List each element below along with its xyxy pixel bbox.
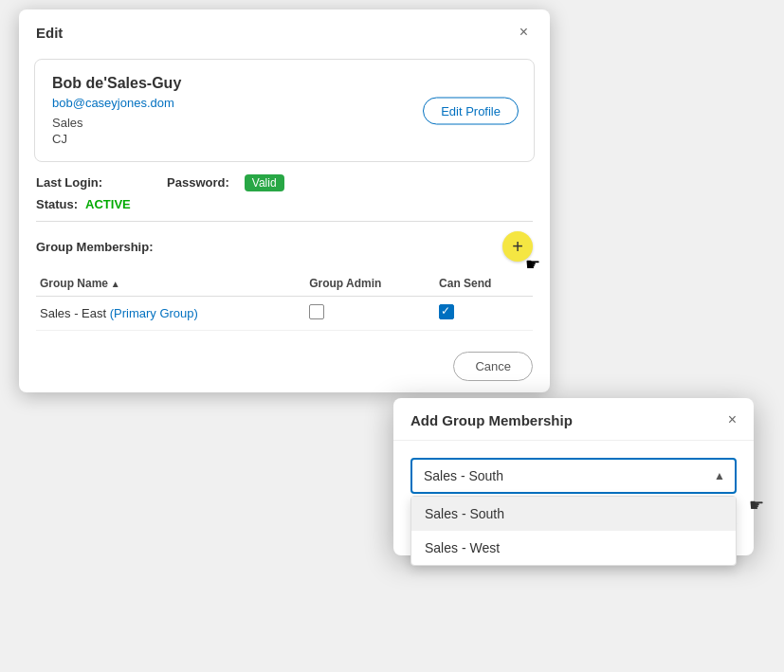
can-send-cell	[435, 297, 533, 331]
add-group-btn-wrapper: + ☛	[502, 231, 533, 262]
password-status: Valid	[245, 175, 284, 190]
last-login-label: Last Login:	[36, 175, 102, 190]
modal-title: Edit	[36, 25, 63, 41]
dialog-body: Sales - South ▲ Sales - South ☛ Sales - …	[393, 441, 754, 494]
profile-card: Bob de'Sales-Guy bob@caseyjones.dom Sale…	[34, 59, 535, 162]
status-row: Status: ACTIVE	[36, 197, 533, 211]
dropdown-item-label: Sales - West	[425, 540, 500, 555]
dropdown-list: Sales - South ☛ Sales - West	[410, 496, 737, 566]
status-value: ACTIVE	[85, 197, 131, 211]
group-name-text: Sales - East	[40, 306, 110, 320]
edit-modal-cancel-button[interactable]: Cance	[453, 352, 533, 381]
dropdown-item-sales-west[interactable]: Sales - West	[411, 531, 736, 565]
add-group-membership-button[interactable]: +	[502, 231, 533, 262]
group-dropdown-container: Sales - South ▲ Sales - South ☛ Sales - …	[410, 458, 737, 494]
divider	[36, 221, 533, 222]
group-admin-checkbox[interactable]	[309, 304, 324, 319]
password-valid-badge: Valid	[245, 174, 284, 191]
group-dropdown[interactable]: Sales - South	[410, 458, 737, 494]
plus-icon: +	[512, 236, 523, 258]
group-table: Group Name Group Admin Can Send Sales - …	[36, 271, 533, 331]
col-group-name[interactable]: Group Name	[36, 271, 305, 297]
dropdown-selected-value: Sales - South	[424, 468, 503, 483]
primary-group-label: (Primary Group)	[110, 306, 198, 320]
table-header-row: Group Name Group Admin Can Send	[36, 271, 533, 297]
col-can-send: Can Send	[435, 271, 533, 297]
modal-header: Edit ×	[19, 9, 550, 51]
col-group-admin: Group Admin	[305, 271, 435, 297]
edit-modal-close-button[interactable]: ×	[515, 23, 533, 42]
edit-modal: Edit × Bob de'Sales-Guy bob@caseyjones.d…	[19, 9, 550, 392]
cancel-label: Cance	[475, 359, 511, 373]
dialog-header: Add Group Membership ×	[393, 398, 754, 441]
group-name-cell: Sales - East (Primary Group)	[36, 297, 305, 331]
group-membership-section: Group Membership: + ☛ Group Name Group A…	[19, 231, 550, 331]
group-admin-cell	[305, 297, 435, 331]
last-login-row: Last Login: Password: Valid	[36, 175, 533, 190]
profile-name: Bob de'Sales-Guy	[52, 75, 517, 92]
table-row: Sales - East (Primary Group)	[36, 297, 533, 331]
can-send-checkbox[interactable]	[439, 304, 454, 319]
profile-initials: CJ	[52, 132, 517, 146]
dropdown-item-label: Sales - South	[425, 506, 504, 521]
status-label: Status:	[36, 197, 78, 211]
add-group-dialog: Add Group Membership × Sales - South ▲ S…	[393, 398, 754, 555]
group-membership-label: Group Membership:	[36, 240, 154, 254]
edit-profile-button[interactable]: Edit Profile	[423, 97, 519, 124]
password-label: Password:	[167, 175, 229, 190]
dialog-close-button[interactable]: ×	[728, 411, 737, 428]
edit-modal-footer: Cance	[19, 340, 550, 392]
dropdown-item-sales-south[interactable]: Sales - South ☛	[411, 497, 736, 531]
dialog-title: Add Group Membership	[410, 412, 573, 428]
group-header-row: Group Membership: + ☛	[36, 231, 533, 262]
info-section: Last Login: Password: Valid Status: ACTI…	[19, 175, 550, 211]
